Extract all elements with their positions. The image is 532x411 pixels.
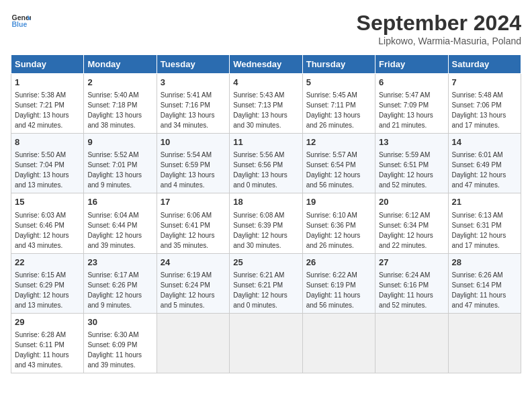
empty-cell [302,313,375,373]
cell-line: Sunrise: 5:41 AM [161,91,212,99]
day-20: 20Sunrise: 6:12 AMSunset: 6:34 PMDayligh… [375,193,448,253]
month-title: September 2024 [357,11,521,36]
empty-cell [230,313,302,373]
day-number: 28 [452,257,517,269]
cell-line: Sunrise: 6:19 AM [161,271,212,279]
day-1: 1Sunrise: 5:38 AMSunset: 7:21 PMDaylight… [11,74,84,134]
cell-line: Sunset: 6:51 PM [379,161,429,169]
cell-line: Sunset: 6:24 PM [161,281,210,289]
cell-line: Daylight: 11 hours [87,351,142,359]
cell-line: Sunrise: 5:38 AM [15,91,66,99]
cell-line: and 13 minutes. [15,302,62,309]
cell-line: Sunset: 6:56 PM [233,161,283,169]
day-17: 17Sunrise: 6:06 AMSunset: 6:41 PMDayligh… [157,193,229,253]
cell-line: Daylight: 12 hours [379,232,433,239]
day-number: 13 [379,136,444,148]
cell-line: Daylight: 11 hours [306,291,361,299]
day-25: 25Sunrise: 6:21 AMSunset: 6:21 PMDayligh… [230,253,302,313]
day-19: 19Sunrise: 6:10 AMSunset: 6:36 PMDayligh… [302,193,375,253]
cell-line: and 30 minutes. [233,242,281,249]
day-3: 3Sunrise: 5:41 AMSunset: 7:16 PMDaylight… [157,74,229,134]
page-header: General Blue September 2024 Lipkowo, War… [11,11,521,46]
cell-line: Sunset: 6:39 PM [233,222,283,229]
cell-line: Sunset: 6:41 PM [161,222,210,229]
cell-line: Sunset: 6:29 PM [15,281,64,289]
cell-line: and 47 minutes. [452,181,500,189]
cell-line: Daylight: 12 hours [15,232,69,239]
cell-line: Daylight: 13 hours [379,111,433,119]
cell-line: Daylight: 13 hours [452,111,506,119]
cell-line: and 30 minutes. [233,122,281,129]
day-number: 27 [379,257,444,269]
cell-line: and 9 minutes. [87,302,132,309]
cell-line: Daylight: 12 hours [452,171,506,179]
cell-line: Daylight: 11 hours [452,291,506,299]
day-number: 5 [306,77,371,89]
day-6: 6Sunrise: 5:47 AMSunset: 7:09 PMDaylight… [375,74,448,134]
day-22: 22Sunrise: 6:15 AMSunset: 6:29 PMDayligh… [11,253,84,313]
calendar-table: Sunday Monday Tuesday Wednesday Thursday… [11,54,521,373]
cell-line: Sunrise: 6:15 AM [15,271,66,279]
cell-line: and 43 minutes. [15,361,62,369]
cell-line: Daylight: 12 hours [306,232,361,239]
day-number: 30 [87,316,152,328]
cell-line: Sunrise: 5:56 AM [233,151,284,158]
cell-line: and 42 minutes. [15,122,62,129]
day-number: 9 [87,136,152,148]
cell-line: and 22 minutes. [379,242,427,249]
cell-line: Sunset: 7:04 PM [15,161,64,169]
day-number: 29 [15,316,80,328]
day-number: 6 [379,77,444,89]
week-row-1: 1Sunrise: 5:38 AMSunset: 7:21 PMDaylight… [11,74,521,134]
day-number: 24 [161,257,226,269]
cell-line: Sunset: 6:36 PM [306,222,356,229]
cell-line: and 26 minutes. [306,242,354,249]
day-number: 15 [15,196,80,208]
cell-line: Sunrise: 6:17 AM [87,271,138,279]
day-number: 20 [379,196,444,208]
cell-line: and 26 minutes. [306,122,354,129]
cell-line: Sunrise: 6:06 AM [161,212,212,219]
cell-line: Daylight: 13 hours [161,111,215,119]
empty-cell [375,313,448,373]
day-23: 23Sunrise: 6:17 AMSunset: 6:26 PMDayligh… [84,253,157,313]
cell-line: Sunset: 7:09 PM [379,101,429,109]
cell-line: and 56 minutes. [306,181,354,189]
cell-line: and 35 minutes. [161,242,208,249]
cell-line: Sunrise: 6:21 AM [233,271,284,279]
cell-line: Sunrise: 5:43 AM [233,91,284,99]
day-30: 30Sunrise: 6:30 AMSunset: 6:09 PMDayligh… [84,313,157,373]
cell-line: and 9 minutes. [87,181,132,189]
cell-line: Sunset: 6:46 PM [15,222,64,229]
cell-line: Daylight: 12 hours [306,171,361,179]
cell-line: Sunrise: 6:13 AM [452,212,503,219]
cell-line: Sunrise: 6:24 AM [379,271,430,279]
cell-line: Sunrise: 5:40 AM [87,91,138,99]
day-number: 26 [306,257,371,269]
cell-line: Sunset: 6:54 PM [306,161,356,169]
cell-line: Sunrise: 5:59 AM [379,151,430,158]
cell-line: and 0 minutes. [233,302,277,309]
calendar-header-row: Sunday Monday Tuesday Wednesday Thursday… [11,55,521,74]
cell-line: Daylight: 12 hours [379,171,433,179]
day-number: 8 [15,136,80,148]
cell-line: and 56 minutes. [306,302,354,309]
cell-line: Sunrise: 6:04 AM [87,212,138,219]
cell-line: Sunset: 7:16 PM [161,101,210,109]
cell-line: Daylight: 13 hours [233,111,287,119]
cell-line: Daylight: 12 hours [452,232,506,239]
cell-line: Sunrise: 6:22 AM [306,271,357,279]
col-tuesday: Tuesday [157,55,229,74]
day-4: 4Sunrise: 5:43 AMSunset: 7:13 PMDaylight… [230,74,302,134]
week-row-2: 8Sunrise: 5:50 AMSunset: 7:04 PMDaylight… [11,134,521,193]
cell-line: Daylight: 12 hours [87,232,142,239]
day-number: 2 [87,77,152,89]
cell-line: Daylight: 12 hours [233,291,287,299]
cell-line: Sunrise: 6:08 AM [233,212,284,219]
col-sunday: Sunday [11,55,84,74]
cell-line: and 52 minutes. [379,181,427,189]
day-number: 10 [161,136,226,148]
cell-line: Daylight: 12 hours [15,291,69,299]
cell-line: Sunset: 6:09 PM [87,341,137,349]
day-11: 11Sunrise: 5:56 AMSunset: 6:56 PMDayligh… [230,134,302,193]
